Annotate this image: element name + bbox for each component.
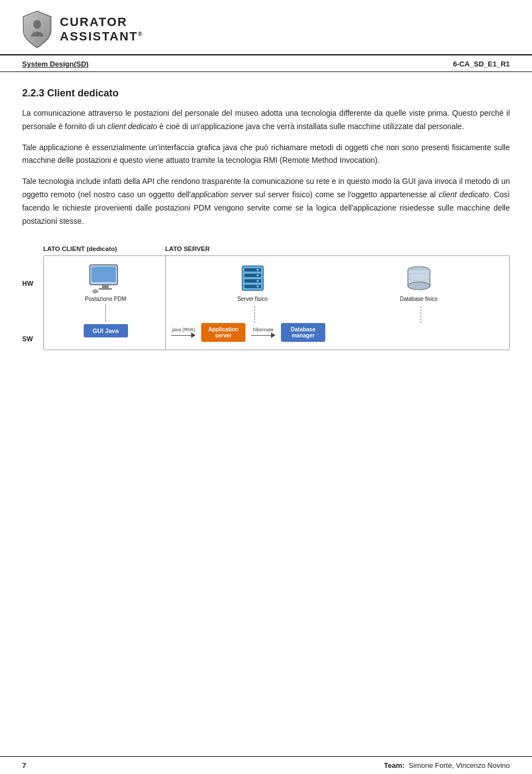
svg-rect-2 bbox=[91, 266, 116, 282]
server-hw: Server fisico bbox=[237, 264, 268, 302]
section-heading: 2.2.3 Client dedicato bbox=[22, 88, 510, 99]
doc-header-bar: System Design(SD) 6-CA_SD_E1_R1 bbox=[0, 55, 532, 72]
sw-app-server: Application server bbox=[201, 323, 245, 342]
diagram-boxes: Postazione PDM GUI Java bbox=[43, 255, 510, 350]
server-hw-label: Server fisico bbox=[237, 296, 268, 302]
arrow1-label: java (RMI) bbox=[172, 327, 195, 332]
svg-point-11 bbox=[257, 269, 259, 271]
svg-rect-4 bbox=[99, 288, 112, 290]
server-column: Server fisico Database fisico bbox=[166, 256, 509, 350]
svg-point-14 bbox=[257, 285, 259, 288]
db-hw-label: Database fisico bbox=[400, 296, 437, 302]
client-column: Postazione PDM GUI Java bbox=[44, 256, 166, 350]
svg-point-13 bbox=[257, 280, 259, 282]
label-client: LATO CLIENT (dedicato) bbox=[43, 245, 165, 252]
sw-label: SW bbox=[22, 335, 43, 343]
hw-label: HW bbox=[22, 280, 43, 288]
page-footer: 7 Team: Simone Forte, Vincenzo Novino bbox=[0, 756, 532, 774]
sw-db-manager: Database manager bbox=[281, 323, 325, 342]
svg-point-17 bbox=[408, 282, 430, 290]
logo-line2: ASSISTANT® bbox=[60, 29, 143, 44]
logo-text: CURATOR ASSISTANT® bbox=[60, 15, 143, 44]
diagram-side-labels: HW SW bbox=[22, 255, 43, 350]
monitor-icon bbox=[88, 264, 123, 294]
sw-gui-java: GUI Java bbox=[84, 324, 128, 337]
diagram-main: HW SW bbox=[22, 255, 510, 350]
doc-header-right: 6-CA_SD_E1_R1 bbox=[453, 60, 510, 68]
team-members: Simone Forte, Vincenzo Novino bbox=[408, 761, 510, 770]
doc-header-left: System Design(SD) bbox=[22, 60, 89, 68]
page-number: 7 bbox=[22, 761, 26, 770]
svg-point-0 bbox=[33, 20, 41, 29]
client-hw: Postazione PDM bbox=[85, 264, 126, 302]
client-hw-label: Postazione PDM bbox=[85, 296, 126, 302]
label-server: LATO SERVER bbox=[165, 245, 510, 252]
server-sw-area: java (RMI) Application server bbox=[171, 323, 504, 342]
page-header: CURATOR ASSISTANT® bbox=[0, 0, 532, 55]
server-hw-area: Server fisico Database fisico bbox=[171, 264, 504, 302]
logo-shield-icon bbox=[22, 10, 52, 49]
arrow2-label: hibernate bbox=[253, 327, 274, 332]
paragraph-3: Tale tecnologia include infatti della AP… bbox=[22, 175, 510, 228]
diagram-top-labels: LATO CLIENT (dedicato) LATO SERVER bbox=[22, 245, 510, 252]
team-label: Team: bbox=[384, 761, 405, 770]
svg-point-5 bbox=[93, 290, 98, 293]
database-icon bbox=[404, 264, 434, 294]
svg-rect-3 bbox=[102, 285, 109, 288]
main-content: 2.2.3 Client dedicato La comunicazione a… bbox=[0, 72, 532, 370]
server-icon bbox=[238, 264, 268, 294]
logo-line1: CURATOR bbox=[60, 15, 143, 29]
architecture-diagram: LATO CLIENT (dedicato) LATO SERVER HW SW bbox=[22, 245, 510, 350]
paragraph-1: La comunicazione attraverso le postazion… bbox=[22, 107, 510, 134]
svg-point-12 bbox=[257, 274, 259, 276]
footer-team: Team: Simone Forte, Vincenzo Novino bbox=[384, 761, 510, 770]
db-hw: Database fisico bbox=[400, 264, 437, 302]
paragraph-2: Tale applicazione è essenzialmente un'in… bbox=[22, 141, 510, 168]
